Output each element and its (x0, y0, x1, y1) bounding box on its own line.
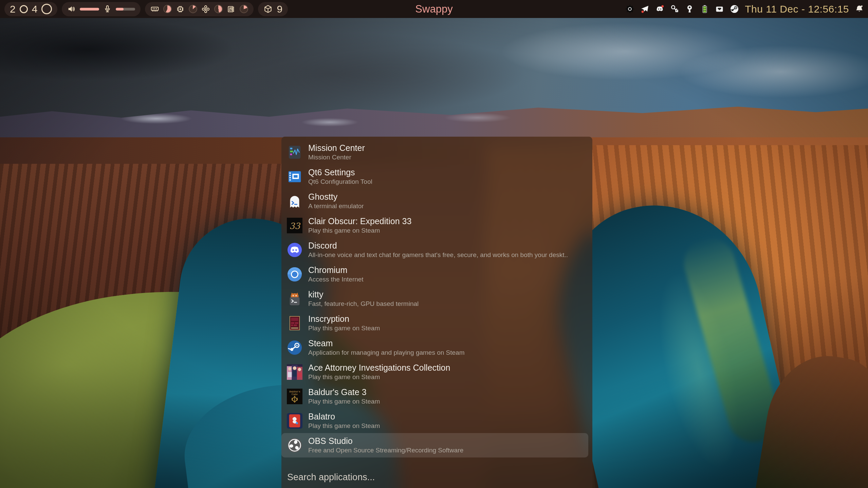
discord-icon (287, 242, 302, 258)
gpu-icon (201, 5, 210, 14)
memory-icon (150, 5, 159, 14)
app-title: Clair Obscur: Expedition 33 (308, 216, 411, 226)
app-row-chromium[interactable]: ChromiumAccess the Internet (281, 262, 588, 287)
mic-slider[interactable] (116, 8, 135, 11)
app-title: Ace Attorney Investigations Collection (308, 363, 450, 373)
app-row-inscryption[interactable]: InscryptionPlay this game on Steam (281, 311, 588, 335)
bar-left-modules: 2 4 (4, 2, 288, 16)
app-description: Free and Open Source Streaming/Recording… (308, 447, 463, 454)
disk-icon (227, 5, 236, 14)
keepass-key-icon[interactable] (670, 4, 679, 14)
microphone-icon[interactable] (103, 5, 112, 13)
app-row-ghostty[interactable]: GhosttyA terminal emulator (281, 189, 588, 213)
volume-slider-fill (80, 8, 99, 11)
app-title: Steam (308, 338, 465, 348)
app-title: Discord (308, 241, 568, 251)
app-description: Play this game on Steam (308, 325, 380, 332)
bar-right-modules: Thu 11 Dec - 12:56:15 (625, 3, 864, 15)
updates-pill[interactable]: 9 (258, 2, 288, 16)
ace-attorney-icon (287, 364, 302, 380)
app-description: Qt6 Configuration Tool (308, 178, 372, 186)
baldurs-gate-3-icon: Baldur'sGate (287, 389, 302, 404)
app-row-steam[interactable]: SteamApplication for managing and playin… (281, 335, 588, 360)
steam-icon (287, 340, 302, 355)
app-row-clair-obscur[interactable]: 33Clair Obscur: Expedition 33Play this g… (281, 213, 588, 238)
search-row[interactable]: Search applications... (281, 472, 592, 483)
steelseries-icon[interactable] (625, 4, 634, 14)
svg-text:Gate: Gate (292, 393, 298, 396)
lock-key-icon[interactable] (685, 4, 694, 14)
balatro-icon (287, 413, 302, 429)
qt6-settings-icon (287, 169, 302, 184)
app-row-mission-center[interactable]: Mission CenterMission Center (281, 140, 588, 164)
memory-usage-pie (163, 5, 172, 13)
app-list: Mission CenterMission CenterQt6 Settings… (281, 140, 592, 457)
app-description: Fast, feature-rich, GPU based terminal (308, 300, 419, 308)
app-row-qt6-settings[interactable]: Qt6 SettingsQt6 Configuration Tool (281, 164, 588, 189)
svg-text:33: 33 (289, 221, 301, 231)
network-icon[interactable] (715, 4, 724, 14)
mission-center-icon (287, 144, 302, 160)
app-title: Balatro (308, 412, 380, 422)
workspace-2[interactable]: 2 (10, 4, 16, 14)
app-row-obs-studio[interactable]: OBS StudioFree and Open Source Streaming… (281, 433, 588, 457)
steam-tray-icon[interactable] (730, 4, 739, 14)
discord-icon[interactable] (655, 4, 664, 14)
app-title: Ghostty (308, 192, 364, 202)
workspace-circle-icon[interactable] (20, 5, 28, 13)
app-description: Application for managing and playing gam… (308, 349, 465, 357)
app-title: OBS Studio (308, 436, 463, 446)
active-window-title: Swappy (415, 3, 453, 15)
cpu-icon (176, 5, 185, 14)
clair-obscur-icon: 33 (287, 218, 302, 233)
gpu-usage-pie (214, 5, 223, 13)
ghostty-icon (287, 193, 302, 209)
search-input[interactable]: Search applications... (287, 472, 375, 482)
app-row-ace-attorney[interactable]: Ace Attorney Investigations CollectionPl… (281, 360, 588, 384)
cpu-usage-pie (189, 5, 197, 13)
app-description: All-in-one voice and text chat for gamer… (308, 251, 568, 259)
app-row-baldurs-gate-3[interactable]: Baldur'sGateBaldur's Gate 3Play this gam… (281, 384, 588, 409)
app-title: Mission Center (308, 143, 365, 153)
updates-count: 9 (277, 4, 282, 14)
mic-slider-fill (116, 8, 124, 11)
app-title: Baldur's Gate 3 (308, 387, 380, 397)
audio-pill (62, 2, 141, 16)
chromium-icon (287, 267, 302, 282)
top-bar: 2 4 (0, 0, 868, 18)
bell-icon[interactable] (855, 4, 864, 14)
app-description: A terminal emulator (308, 202, 364, 210)
obs-studio-icon (287, 437, 302, 453)
volume-slider[interactable] (80, 8, 99, 11)
app-description: Mission Center (308, 154, 365, 161)
app-launcher-panel: Mission CenterMission CenterQt6 Settings… (281, 137, 592, 488)
disk-usage-pie (240, 5, 248, 13)
app-description: Play this game on Steam (308, 227, 411, 235)
telegram-icon[interactable] (640, 4, 649, 14)
clock[interactable]: Thu 11 Dec - 12:56:15 (745, 3, 849, 15)
app-row-balatro[interactable]: BalatroPlay this game on Steam (281, 409, 588, 433)
workspaces-pill[interactable]: 2 4 (4, 2, 57, 16)
package-icon (263, 4, 273, 14)
app-row-discord[interactable]: DiscordAll-in-one voice and text chat fo… (281, 238, 588, 262)
workspace-circle-large-icon[interactable] (41, 4, 52, 14)
app-title: kitty (308, 290, 419, 299)
app-description: Play this game on Steam (308, 373, 450, 381)
app-row-kitty[interactable]: kittyFast, feature-rich, GPU based termi… (281, 287, 588, 311)
speaker-icon[interactable] (67, 5, 76, 13)
system-monitors-pill[interactable] (145, 2, 254, 16)
app-title: Qt6 Settings (308, 168, 372, 177)
battery-icon[interactable] (700, 4, 709, 14)
workspace-4[interactable]: 4 (32, 4, 38, 14)
app-title: Inscryption (308, 314, 380, 324)
app-description: Play this game on Steam (308, 422, 380, 430)
app-title: Chromium (308, 265, 364, 275)
app-description: Access the Internet (308, 276, 364, 284)
app-description: Play this game on Steam (308, 398, 380, 406)
inscryption-icon (287, 315, 302, 331)
kitty-icon (287, 291, 302, 307)
